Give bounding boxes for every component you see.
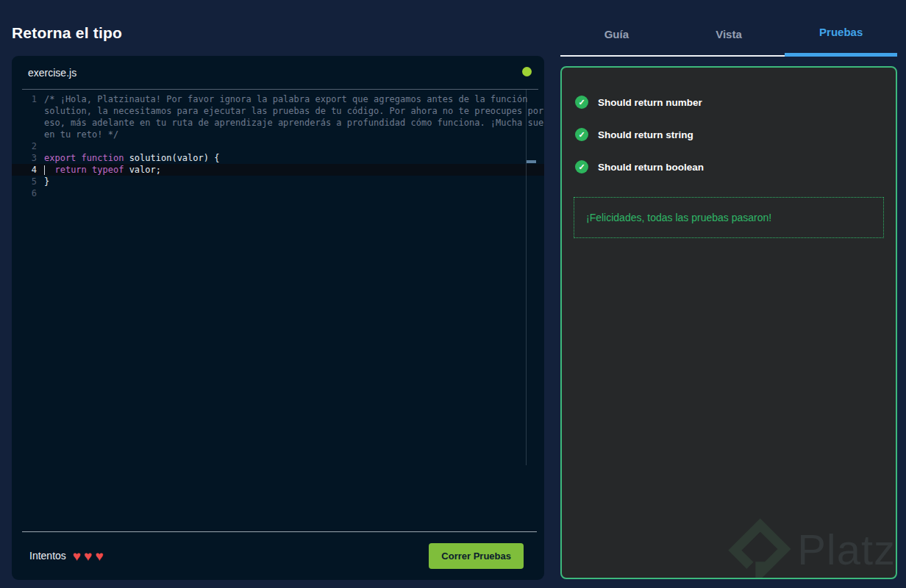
check-circle-icon: ✓ [575, 160, 588, 173]
code-editor-area[interactable]: 1/* ¡Hola, Platzinauta! Por favor ignora… [12, 90, 544, 531]
test-result-item: ✓Should return number [575, 96, 884, 109]
code-line-text: eso, más adelante en tu ruta de aprendiz… [44, 117, 544, 129]
check-circle-icon: ✓ [575, 128, 588, 141]
code-line[interactable]: 2 [12, 140, 544, 152]
code-line[interactable]: 1/* ¡Hola, Platzinauta! Por favor ignora… [12, 93, 544, 105]
code-line-text: /* ¡Hola, Platzinauta! Por favor ignora … [44, 93, 544, 105]
line-number: 2 [12, 140, 44, 152]
test-results-panel: ✓Should return number✓Should return stri… [560, 66, 897, 579]
line-number [12, 129, 44, 140]
code-line[interactable]: 5} [12, 176, 544, 187]
line-number: 1 [12, 93, 44, 105]
attempts-hearts: ♥♥♥ [73, 549, 104, 563]
line-number: 6 [12, 187, 44, 199]
test-list: ✓Should return number✓Should return stri… [574, 96, 884, 173]
test-label: Should return boolean [598, 162, 704, 173]
heart-icon: ♥ [95, 549, 103, 563]
code-line[interactable]: solution, la necesitamos para ejecutar l… [12, 105, 544, 117]
editor-scrollbar-thumb[interactable] [527, 160, 536, 163]
tab-guia[interactable]: Guía [560, 0, 673, 57]
page-title: Retorna el tipo [12, 24, 122, 42]
code-line-text: solution, la necesitamos para ejecutar l… [44, 105, 544, 117]
editor-header: exercise.js [12, 56, 544, 90]
code-line-text [44, 140, 544, 152]
code-line[interactable]: 3export function solution(valor) { [12, 152, 544, 164]
test-result-item: ✓Should return string [575, 128, 884, 141]
tab-pruebas[interactable]: Pruebas [785, 0, 897, 57]
success-message: ¡Felicidades, todas las pruebas pasaron! [586, 212, 771, 223]
heart-icon: ♥ [73, 549, 81, 563]
code-line-text: return typeof valor; [44, 164, 544, 176]
heart-icon: ♥ [84, 549, 92, 563]
right-pane: Guía Vista Pruebas ✓Should return number… [560, 0, 897, 588]
platzi-logo-icon [725, 517, 793, 579]
editor-scrollbar-track [526, 90, 527, 465]
attempts-label: Intentos [29, 550, 66, 562]
code-line[interactable]: en tu reto! */ [12, 129, 544, 140]
line-number [12, 117, 44, 129]
line-number [12, 105, 44, 117]
code-line[interactable]: eso, más adelante en tu ruta de aprendiz… [12, 117, 544, 129]
code-editor-card: exercise.js 1/* ¡Hola, Platzinauta! Por … [12, 56, 544, 580]
success-message-box: ¡Felicidades, todas las pruebas pasaron! [574, 197, 884, 238]
test-label: Should return string [598, 129, 693, 140]
platzi-watermark: Platzi [725, 517, 897, 579]
editor-footer: Intentos ♥♥♥ Correr Pruebas [12, 531, 544, 580]
check-circle-icon: ✓ [575, 96, 588, 109]
attempts-indicator: Intentos ♥♥♥ [29, 549, 104, 563]
code-line[interactable]: 6 [12, 187, 544, 199]
tab-bar: Guía Vista Pruebas [560, 0, 897, 57]
tab-vista[interactable]: Vista [673, 0, 785, 57]
line-number: 3 [12, 152, 44, 164]
line-number: 5 [12, 176, 44, 187]
test-label: Should return number [598, 97, 702, 108]
editor-filename-tab[interactable]: exercise.js [28, 67, 76, 79]
code-line[interactable]: 4 return typeof valor; [12, 164, 544, 176]
saved-status-dot-icon [522, 67, 532, 76]
platzi-watermark-text: Platzi [797, 525, 897, 574]
code-line-text [44, 187, 544, 199]
code-line-text: } [44, 176, 544, 187]
line-number: 4 [12, 164, 44, 176]
code-line-text: export function solution(valor) { [44, 152, 544, 164]
test-result-item: ✓Should return boolean [575, 160, 884, 173]
code-line-text: en tu reto! */ [44, 129, 544, 140]
run-tests-button[interactable]: Correr Pruebas [429, 543, 524, 569]
